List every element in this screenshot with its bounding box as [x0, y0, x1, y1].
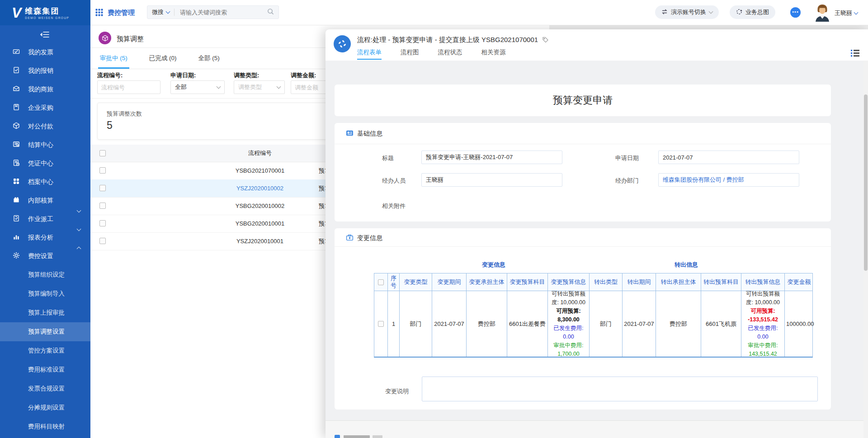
tab-process-form[interactable]: 流程表单 [357, 48, 382, 60]
tab-all[interactable]: 全部 (5) [197, 47, 222, 69]
cell-out-entity: 费控部 [656, 291, 701, 357]
drawer-header: 流程:处理 - 预算变更申请 - 提交直接上级 YSBG2021070001 流… [326, 29, 868, 61]
filter-apply-date-select[interactable]: 全部 [170, 80, 225, 94]
drawer-scrollbar-track[interactable] [863, 61, 868, 438]
sidebar-subitem-budget-adjust[interactable]: 预算调整设置 [0, 322, 90, 341]
col-out-entity: 转出承担主体 [656, 273, 701, 291]
remark-textarea[interactable] [422, 377, 818, 401]
sidebar-subitem-invoice-compliance[interactable]: 发票合规设置 [0, 379, 90, 398]
sidebar-item-archive[interactable]: 档案中心 [0, 173, 90, 191]
tab-related-resources[interactable]: 相关资源 [481, 48, 506, 60]
bar-chart-icon [13, 233, 20, 242]
transferable-budget: 可转出预算额度: 10,000.00 [549, 290, 588, 307]
available-budget-negative: 可用预算: -133,515.42 [743, 307, 783, 324]
field-apply-date-input[interactable]: 2021-07-07 [658, 151, 799, 164]
col-seq: 序号 [388, 273, 400, 291]
sidebar-subitem-budget-report-approve[interactable]: 预算上报审批 [0, 303, 90, 322]
budget-table-row[interactable]: 1 部门 2021-07-07 费控部 6601出差餐费 可转出预算额度: 10… [374, 291, 812, 357]
row-checkbox[interactable] [99, 220, 106, 226]
sidebar-item-label: 作业派工 [28, 215, 53, 223]
tab-process-status[interactable]: 流程状态 [438, 48, 462, 60]
col-change-budget-info: 变更预算信息 [548, 273, 590, 291]
sidebar-item-label: 凭证中心 [28, 160, 53, 168]
sidebar-item-report-analysis[interactable]: 报表分析 [0, 228, 90, 247]
drawer-scrollbar-thumb[interactable] [864, 94, 868, 271]
more-actions-button[interactable]: ••• [790, 7, 801, 18]
filter-label-adjust-amount: 调整金额: [291, 71, 316, 80]
budget-change-table: 序号 变更类型 变更期间 变更承担主体 变更预算科目 变更预算信息 转出类型 转… [374, 273, 813, 358]
filter-apply-date-value: 全部 [175, 83, 187, 91]
sidebar-item-my-invoices[interactable]: 我的发票 [0, 43, 90, 61]
account-switch-button[interactable]: 演示账号切换 [655, 5, 719, 19]
cell-out-period: 2021-07-07 [623, 291, 656, 357]
remark-label: 变更说明 [385, 387, 409, 396]
sidebar-subitem-allocation-rules[interactable]: 分摊规则设置 [0, 398, 90, 417]
logo[interactable]: V 维森集团 DEMO WEISEN GROUP [0, 0, 90, 25]
row-checkbox[interactable] [99, 167, 106, 174]
sidebar-item-my-travel[interactable]: 我的商旅 [0, 80, 90, 99]
cell-change-subject: 6601出差餐费 [507, 291, 548, 357]
clipped-section-text [344, 435, 370, 438]
filter-adjust-type-select[interactable]: 调整类型 [234, 80, 285, 94]
sidebar-collapse-icon[interactable] [40, 31, 50, 39]
search-icon[interactable] [267, 8, 274, 16]
field-operator-input[interactable]: 王晓丽 [421, 173, 562, 187]
group-header-transfer-out: 转出信息 [589, 261, 784, 269]
sidebar-subitem-expense-standard[interactable]: 费用标准设置 [0, 360, 90, 379]
sidebar-item-voucher[interactable]: 凭证中心 [0, 154, 90, 173]
tab-finished[interactable]: 已完成 (0) [147, 47, 179, 69]
search-scope[interactable]: 微搜 [152, 8, 164, 16]
brand-subtitle: DEMO WEISEN GROUP [25, 16, 69, 19]
row-checkbox[interactable] [378, 321, 384, 327]
available-budget: 可用预算: 8,300.00 [549, 307, 588, 324]
tab-approving[interactable]: 审批中 (5) [98, 47, 129, 69]
sidebar-item-dispatch[interactable]: 作业派工 [0, 210, 90, 228]
change-section-title: 变更信息 [357, 234, 382, 242]
sidebar-item-internal-accounting[interactable]: 内部核算 [0, 191, 90, 210]
app-grid-icon[interactable] [95, 9, 103, 18]
cell-change-entity: 费控部 [467, 291, 507, 357]
sidebar-item-payment[interactable]: 对公付款 [0, 117, 90, 136]
row-checkbox[interactable] [99, 185, 106, 191]
sidebar-subitem-control-plan[interactable]: 管控方案设置 [0, 341, 90, 360]
select-all-checkbox[interactable] [99, 150, 106, 156]
basic-section-title: 基础信息 [357, 130, 382, 138]
budget-table-header: 序号 变更类型 变更期间 变更承担主体 变更预算科目 变更预算信息 转出类型 转… [374, 273, 812, 291]
sidebar-subitem-budget-org[interactable]: 预算组织设定 [0, 265, 90, 284]
col-out-period: 转出期间 [623, 273, 656, 291]
search-input[interactable] [179, 9, 267, 16]
sidebar-subitem-expense-subject-map[interactable]: 费用科目映射 [0, 417, 90, 436]
col-change-subject: 变更预算科目 [507, 273, 548, 291]
sidebar-item-label: 结算中心 [28, 141, 53, 149]
col-change-entity: 变更承担主体 [467, 273, 507, 291]
sidebar-item-settlement[interactable]: 结算中心 [0, 136, 90, 154]
invoice-icon [13, 48, 20, 57]
cell-change-type: 部门 [400, 291, 432, 357]
puzzle-icon [13, 196, 20, 205]
row-checkbox[interactable] [99, 203, 106, 209]
field-department-input[interactable]: 维森集团股份有限公司 / 费控部 [658, 173, 799, 187]
sidebar: 我的发票 我的报销 我的商旅 企业采购 对公付款 结算中心 凭证中心 档案中心 [0, 25, 90, 438]
table-select-all-checkbox[interactable] [378, 279, 384, 285]
avatar[interactable] [814, 4, 831, 22]
circular-arrows-icon [736, 9, 742, 16]
sidebar-subitem-budget-import[interactable]: 预算编制导入 [0, 284, 90, 303]
sidebar-item-my-reimburse[interactable]: 我的报销 [0, 61, 90, 80]
tag-icon[interactable] [542, 36, 549, 44]
stat-label: 预算调整次数 [107, 110, 142, 118]
user-menu[interactable]: 王晓丽 [835, 9, 858, 17]
filter-process-no-input[interactable] [97, 80, 160, 94]
row-checkbox[interactable] [99, 238, 106, 244]
sidebar-item-label: 报表分析 [28, 234, 53, 242]
field-title-input[interactable]: 预算变更申请-王晓丽-2021-07-07 [421, 151, 562, 164]
app-title: 费控管理 [108, 9, 135, 17]
sidebar-item-expense-settings[interactable]: 费控设置 [0, 247, 90, 265]
panel-menu-icon[interactable] [851, 49, 859, 58]
purchase-icon [13, 104, 20, 112]
cell-out-type: 部门 [590, 291, 623, 357]
chevron-down-icon [166, 9, 170, 14]
tab-process-diagram[interactable]: 流程图 [401, 48, 419, 60]
sidebar-item-purchase[interactable]: 企业采购 [0, 99, 90, 117]
chevron-down-icon [277, 84, 281, 89]
business-map-button[interactable]: 业务总图 [730, 5, 775, 19]
